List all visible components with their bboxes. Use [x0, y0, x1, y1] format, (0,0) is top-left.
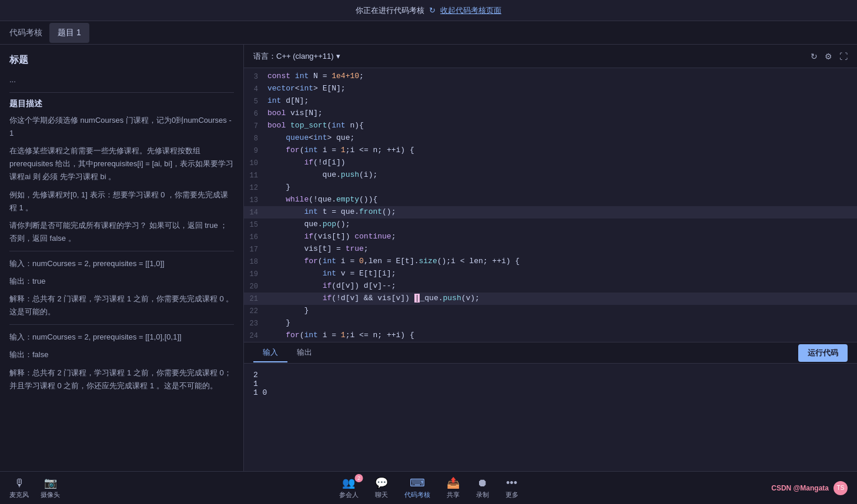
divider-1 [9, 92, 234, 93]
io-area: 输入 输出 运行代码 2 1 1 0 [244, 342, 857, 471]
code-line-19: 19 int v = E[t][i]; [244, 268, 857, 280]
io-line-3: 1 0 [253, 388, 848, 397]
io-tabs: 输入 输出 运行代码 [244, 342, 857, 364]
collapse-link[interactable]: 收起代码考核页面 [440, 5, 501, 16]
taskbar-camera[interactable]: 📷 摄像头 [41, 476, 60, 499]
language-label: 语言：C++ (clang++11) [253, 51, 334, 62]
desc-5: 例如，先修课程对[0, 1] 表示：想要学习课程 0 ，你需要先完成课程 1 。 [9, 189, 234, 214]
more-icon: ••• [506, 477, 517, 489]
run-button[interactable]: 运行代码 [798, 344, 848, 362]
code-line-21: 21 if(!d[v] && vis[v]) |_que.push(v); [244, 293, 857, 305]
record-icon: ⏺ [477, 477, 488, 489]
more-label: 更多 [506, 490, 518, 499]
left-panel: 标题 ... 题目描述 你这个学期必须选修 numCourses 门课程，记为0… [0, 45, 244, 471]
status-text: 你正在进行代码考核 [356, 5, 424, 16]
code-line-17: 17 vis[t] = true; [244, 243, 857, 256]
taskbar-center: 👥 2 参会人 💬 聊天 ⌨ 代码考核 📤 共享 ⏺ 录制 ••• 更多 [339, 476, 518, 499]
share-icon: 📤 [447, 476, 460, 489]
code-line-14: 14 int t = que.front(); [244, 206, 857, 219]
code-review-icon: ⌨ [410, 476, 425, 489]
main-layout: 标题 ... 题目描述 你这个学期必须选修 numCourses 门课程，记为0… [0, 45, 857, 471]
example1-output: 输出：true [9, 275, 234, 288]
code-line-5: 5 int d[N]; [244, 95, 857, 107]
code-line-20: 20 if(d[v]) d[v]--; [244, 280, 857, 293]
code-review-label: 代码考核 [404, 490, 430, 499]
taskbar-chat[interactable]: 💬 聊天 [375, 476, 388, 499]
participants-icon: 👥 [342, 476, 355, 489]
code-line-3: 3 const int N = 1e4+10; [244, 70, 857, 83]
code-line-15: 15 que.pop(); [244, 219, 857, 231]
example2-output: 输出：false [9, 348, 234, 361]
code-line-11: 11 que.push(i); [244, 169, 857, 182]
nav-tab-1[interactable]: 题目 1 [49, 23, 89, 43]
code-line-6: 6 bool vis[N]; [244, 107, 857, 120]
taskbar-code-review[interactable]: ⌨ 代码考核 [404, 476, 430, 499]
desc-7: 请你判断是否可能完成所有课程的学习？ 如果可以，返回 true ；否则，返回 f… [9, 219, 234, 245]
avatar: TS [833, 481, 848, 495]
fullscreen-icon[interactable]: ⛶ [839, 52, 848, 61]
example2-input: 输入：numCourses = 2, prerequisites = [[1,0… [9, 331, 234, 344]
taskbar: 🎙 麦克风 📷 摄像头 👥 2 参会人 💬 聊天 ⌨ 代码考核 📤 共享 ⏺ 录… [0, 471, 857, 504]
input-tab[interactable]: 输入 [253, 344, 287, 362]
code-line-10: 10 if(!d[i]) [244, 157, 857, 169]
code-line-22: 22 } [244, 305, 857, 317]
top-bar: 你正在进行代码考核 ↻ 收起代码考核页面 [0, 0, 857, 21]
desc-1: 你这个学期必须选修 numCourses 门课程，记为0到numCourses … [9, 114, 234, 140]
taskbar-mic[interactable]: 🎙 麦克风 [9, 477, 29, 499]
code-line-7: 7 bool top_sort(int n){ [244, 120, 857, 132]
io-line-1: 2 [253, 371, 848, 379]
chat-icon: 💬 [375, 476, 388, 489]
refresh-icon[interactable]: ↻ [429, 6, 436, 15]
taskbar-left: 🎙 麦克风 📷 摄像头 [9, 476, 60, 499]
taskbar-record[interactable]: ⏺ 录制 [476, 477, 489, 499]
section-title: 题目描述 [9, 99, 234, 109]
taskbar-participants[interactable]: 👥 2 参会人 [339, 476, 359, 499]
desc-3: 在选修某些课程之前需要一些先修课程。先修课程按数组 prerequisites … [9, 145, 234, 183]
editor-icons: ↻ ⚙ ⛶ [811, 52, 848, 61]
code-line-18: 18 for(int i = 0,len = E[t].size();i < l… [244, 256, 857, 268]
code-editor[interactable]: 3 const int N = 1e4+10; 4 vector<int> E[… [244, 68, 857, 342]
camera-label: 摄像头 [41, 490, 60, 499]
right-panel: 语言：C++ (clang++11) ▾ ↻ ⚙ ⛶ 3 const int N… [244, 45, 857, 471]
csdn-brand: CSDN @Mangata [771, 484, 829, 492]
record-label: 录制 [476, 490, 489, 499]
problem-title: 标题 [9, 54, 234, 66]
chat-label: 聊天 [375, 490, 388, 499]
code-line-8: 8 queue<int> que; [244, 132, 857, 145]
camera-icon: 📷 [44, 476, 57, 489]
taskbar-right: CSDN @Mangata TS [771, 481, 848, 495]
mic-label: 麦克风 [9, 490, 29, 499]
code-line-16: 16 if(vis[t]) continue; [244, 231, 857, 243]
io-content[interactable]: 2 1 1 0 [244, 364, 857, 471]
io-line-2: 1 [253, 379, 848, 388]
io-tab-group: 输入 输出 [253, 344, 322, 362]
chevron-down-icon: ▾ [336, 52, 340, 61]
participants-badge: 2 [355, 474, 363, 482]
editor-header: 语言：C++ (clang++11) ▾ ↻ ⚙ ⛶ [244, 45, 857, 68]
problem-dots: ... [9, 73, 234, 86]
example2-exp: 解释：总共有 2 门课程，学习课程 1 之前，你需要先完成课程 0；并且学习课程… [9, 367, 234, 392]
refresh-editor-icon[interactable]: ↻ [811, 52, 818, 61]
example1-input: 输入：numCourses = 2, prerequisites = [[1,0… [9, 257, 234, 270]
taskbar-share[interactable]: 📤 共享 [447, 476, 460, 499]
code-line-23: 23 } [244, 317, 857, 330]
nav-home[interactable]: 代码考核 [9, 28, 42, 38]
example1-exp: 解释：总共有 2 门课程，学习课程 1 之前，你需要先完成课程 0 。这是可能的… [9, 293, 234, 318]
code-line-13: 13 while(!que.empty()){ [244, 194, 857, 206]
taskbar-more[interactable]: ••• 更多 [506, 477, 518, 499]
share-label: 共享 [447, 490, 460, 499]
divider-2 [9, 251, 234, 251]
code-line-24: 24 for(int i = 1;i <= n; ++i) { [244, 330, 857, 342]
output-tab[interactable]: 输出 [287, 344, 322, 362]
code-line-9: 9 for(int i = 1;i <= n; ++i) { [244, 145, 857, 157]
nav-tabs: 代码考核 题目 1 [0, 21, 857, 45]
participants-label: 参会人 [339, 490, 359, 499]
code-line-4: 4 vector<int> E[N]; [244, 83, 857, 95]
divider-3 [9, 324, 234, 325]
language-selector[interactable]: 语言：C++ (clang++11) ▾ [253, 51, 340, 62]
code-line-12: 12 } [244, 182, 857, 194]
settings-icon[interactable]: ⚙ [825, 52, 832, 61]
mic-icon: 🎙 [14, 477, 25, 489]
